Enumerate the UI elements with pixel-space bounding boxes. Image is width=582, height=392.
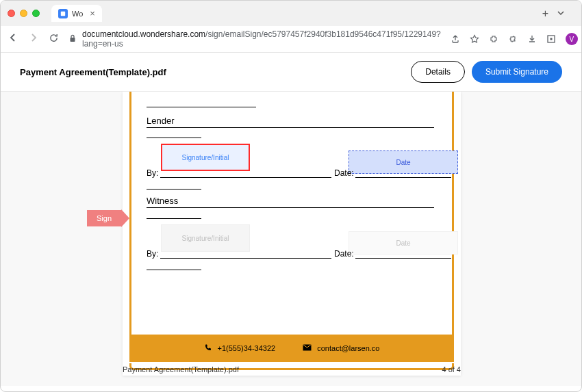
address-bar[interactable]: documentcloud.wondershare.com/sign/email… xyxy=(68,29,441,49)
address-bar-row: documentcloud.wondershare.com/sign/email… xyxy=(1,26,581,53)
witness-by-label: By: xyxy=(147,249,158,259)
svg-rect-1 xyxy=(71,38,75,42)
tab-favicon-icon xyxy=(58,9,68,18)
url-domain: documentcloud.wondershare.com xyxy=(82,29,205,39)
short-divider xyxy=(147,270,201,270)
window-controls: Wo × + xyxy=(1,1,581,26)
document-page: Lender Signature/Initial Date By: Date: … xyxy=(123,92,461,376)
extensions-icon[interactable] xyxy=(489,34,498,44)
sign-here-pointer[interactable]: Sign xyxy=(87,209,129,227)
bottom-info-bar: Payment Agreement(Template).pdf 4 of 4 xyxy=(123,365,461,374)
header-actions: Details Submit Signature xyxy=(411,61,562,83)
sign-pointer-arrow-icon xyxy=(121,209,129,227)
window-minimize-button[interactable] xyxy=(20,10,27,17)
date-placeholder-text: Date xyxy=(396,159,410,166)
new-tab-button[interactable]: + xyxy=(542,8,548,20)
lender-date-field[interactable]: Date xyxy=(349,151,458,174)
witness-date-label: Date: xyxy=(334,249,354,259)
document-title: Payment Agreement(Template).pdf xyxy=(20,67,166,77)
page-indicator: 4 of 4 xyxy=(442,365,461,374)
witness-section-label: Witness xyxy=(147,196,434,208)
lock-icon xyxy=(68,34,77,44)
back-button[interactable] xyxy=(8,32,18,46)
lender-signature-field[interactable]: Signature/Initial xyxy=(161,144,250,171)
toolbar-icons: V xyxy=(451,33,582,45)
short-divider xyxy=(147,189,201,190)
phone-icon xyxy=(204,343,212,353)
chrome-actions: + xyxy=(542,8,574,20)
tab-close-icon[interactable]: × xyxy=(90,8,95,18)
lender-by-line xyxy=(160,177,331,178)
chevron-down-icon[interactable] xyxy=(557,8,565,20)
svg-rect-0 xyxy=(61,11,65,15)
footer-phone-text: +1(555)34-34322 xyxy=(218,344,276,352)
lender-date-line xyxy=(355,177,451,178)
document-footer-band: +1(555)34-34322 contact@larsen.co xyxy=(131,335,452,362)
tab-title: Wo xyxy=(72,10,83,18)
witness-date-line xyxy=(355,258,451,259)
submit-signature-button[interactable]: Submit Signature xyxy=(472,61,562,83)
signature-placeholder-text: Signature/Initial xyxy=(182,154,229,161)
divider-line xyxy=(147,107,256,107)
sign-pointer-label: Sign xyxy=(87,210,121,226)
forward-button[interactable] xyxy=(28,32,39,46)
witness-by-line xyxy=(160,258,331,259)
footer-email-text: contact@larsen.co xyxy=(317,344,379,352)
window-close-button[interactable] xyxy=(8,10,15,17)
profile-avatar[interactable]: V xyxy=(566,33,578,45)
details-button[interactable]: Details xyxy=(411,61,465,83)
reload-button[interactable] xyxy=(49,33,59,46)
short-divider xyxy=(147,138,201,138)
svg-rect-3 xyxy=(550,38,552,40)
browser-chrome: Wo × + documentcloud.wondershare.com/sig… xyxy=(1,1,581,53)
box-icon[interactable] xyxy=(546,34,556,44)
star-icon[interactable] xyxy=(470,34,479,44)
date-placeholder-text: Date xyxy=(396,239,410,247)
witness-signature-field[interactable]: Signature/Initial xyxy=(161,224,250,252)
app-header: Payment Agreement(Template).pdf Details … xyxy=(1,53,581,92)
footer-email: contact@larsen.co xyxy=(303,344,379,352)
lender-section-label: Lender xyxy=(147,116,434,128)
email-icon xyxy=(303,344,312,352)
signature-placeholder-text: Signature/Initial xyxy=(182,235,229,242)
window-maximize-button[interactable] xyxy=(32,10,40,17)
share-icon[interactable] xyxy=(451,34,460,44)
short-divider xyxy=(147,218,201,219)
puzzle-icon[interactable] xyxy=(508,34,518,44)
witness-date-field[interactable]: Date xyxy=(349,231,458,254)
bottom-filename: Payment Agreement(Template).pdf xyxy=(123,365,239,374)
tab-bar: Wo × xyxy=(51,5,537,22)
footer-phone: +1(555)34-34322 xyxy=(204,343,276,353)
lender-date-label: Date: xyxy=(334,168,354,178)
lender-by-label: By: xyxy=(147,168,158,178)
browser-tab[interactable]: Wo × xyxy=(51,5,102,22)
document-viewport[interactable]: Sign Lender Signature/Initial Date By: D… xyxy=(1,92,581,386)
download-icon[interactable] xyxy=(527,34,537,44)
